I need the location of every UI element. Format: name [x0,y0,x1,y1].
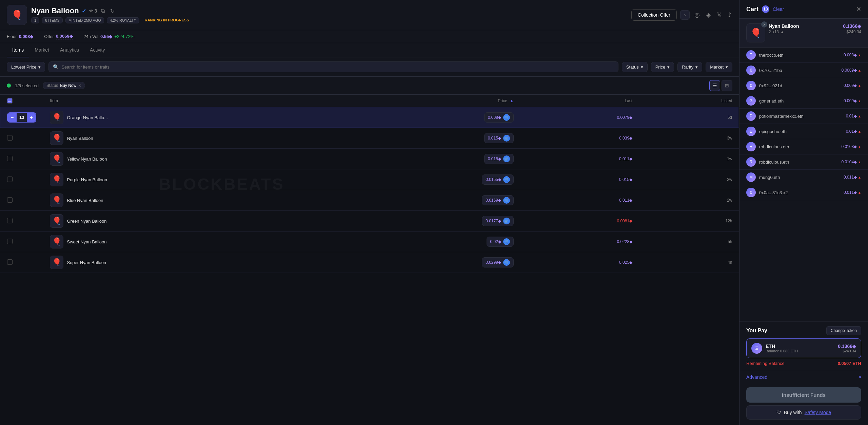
price-tag: 0.0169◆ 🛒 [482,195,514,205]
sort-dropdown[interactable]: Lowest Price ▾ [7,62,45,72]
selection-text: 1/8 selected [15,83,39,88]
filter-tag-close[interactable]: ✕ [78,84,81,88]
rarity-dropdown[interactable]: Rarity ▾ [677,62,702,72]
add-to-cart-button[interactable]: 🛒 [503,218,510,224]
tab-activity[interactable]: Activity [84,43,110,57]
th-last: Last [520,95,639,107]
price-eth: 0.0155◆ [486,177,501,182]
add-to-cart-button[interactable]: 🛒 [503,114,510,121]
seller-avatar: R [746,157,756,167]
th-listed: Listed [639,95,739,107]
add-to-cart-button[interactable]: 🛒 [503,176,510,183]
wallet-icon[interactable]: ◎ [693,10,701,20]
list-view-toggle[interactable]: ☰ [709,80,720,91]
tab-analytics[interactable]: Analytics [55,43,84,57]
tab-market[interactable]: Market [29,43,55,57]
cart-featured-remove-button[interactable]: ✕ [761,21,767,27]
row-price-cell: 0.0169◆ 🛒 [335,190,520,211]
add-to-cart-button[interactable]: 🛒 [503,197,510,204]
remaining-balance: Remaining Balance 0.0507 ETH [746,358,861,366]
seller-name: robdiculous.eth [759,160,838,165]
add-to-cart-button[interactable]: 🛒 [503,259,510,266]
you-pay-label: You Pay [746,328,767,334]
vol-stat: 24h Vol 0.55◆ +224.72% [84,34,135,39]
eth-amount-val: 0.1366◆ [838,344,856,349]
header-left: 🎈 Nyan Balloon ✓ ☆ 3 ⧉ ↻ 1 8 ITEMS MINTE… [7,5,192,25]
select-all-checkbox[interactable]: — [7,98,13,104]
row-price-cell: 0.0299◆ 🛒 [335,252,520,273]
price-tag: 0.0299◆ 🛒 [482,257,514,267]
row-item-cell: 🎈 Orange Nyan Ballo... [43,107,335,128]
refresh-button[interactable]: ↻ [109,7,116,15]
add-to-cart-button[interactable]: 🛒 [503,238,510,245]
add-to-cart-button[interactable]: 🛒 [503,135,510,142]
price-tag: 0.008◆ 🛒 [484,112,514,123]
market-dropdown[interactable]: Market ▾ [706,62,732,72]
row-checkbox-cell [0,149,43,169]
row-checkbox[interactable] [7,218,13,223]
add-to-cart-button[interactable]: 🛒 [503,155,510,162]
vol-label: 24h Vol [84,34,98,39]
seller-avatar: 0 [746,81,756,90]
cart-close-button[interactable]: ✕ [856,5,861,13]
table-wrapper: BLOCKBEATS — Item Price ▲ Last Listed [0,95,739,273]
copy-button[interactable]: ⧉ [100,7,106,15]
price-tag: 0.0155◆ 🛒 [482,174,514,185]
you-pay-header: You Pay Change Token [746,326,861,335]
row-checkbox[interactable] [7,156,13,161]
seller-item: M mung0.eth 0.011◆ ▲ [739,170,868,185]
share-icon[interactable]: ⤴ [727,10,732,20]
seller-name: epicgochu.eth [759,129,843,134]
row-checkbox[interactable] [7,135,13,141]
item-name: Sweet Nyan Balloon [67,239,106,244]
row-checkbox[interactable] [7,177,13,182]
discord-icon[interactable]: ◈ [705,10,712,20]
qty-plus-button[interactable]: + [27,113,36,122]
row-checkbox[interactable] [7,239,13,244]
last-price: 0.039◆ [619,136,632,141]
cart-clear-button[interactable]: Clear [773,6,784,12]
rarity-chevron-icon: ▾ [695,64,698,70]
expand-button[interactable]: › [680,10,690,20]
tag-erc: 1 [31,17,39,23]
twitter-icon[interactable]: 𝕏 [715,10,723,20]
table-row: 🎈 Blue Nyan Balloon 0.0169◆ 🛒 0.011◆ 2w [0,190,739,211]
row-item-cell: 🎈 Blue Nyan Balloon [43,190,335,211]
floor-value: 0.008◆ [19,34,34,39]
price-eth: 0.015◆ [488,136,501,141]
price-dropdown[interactable]: Price ▾ [651,62,674,72]
seller-name: mung0.eth [759,175,840,180]
item-image: 🎈 [50,193,63,207]
item-image: 🎈 [50,256,63,269]
item-name: Yellow Nyan Balloon [67,156,107,162]
grid-view-toggle[interactable]: ⊞ [722,80,732,91]
status-dropdown[interactable]: Status ▾ [622,62,648,72]
safety-mode-button[interactable]: 🛡 Buy with Safety Mode [746,405,861,420]
seller-avatar: M [746,172,756,182]
seller-item: R robdiculous.eth 0.0104◆ ▲ [739,154,868,170]
last-price: 0.0081◆ [617,219,632,223]
price-arrow-icon: ▲ [858,191,861,195]
seller-item: P potionmasterhexxx.eth 0.01◆ ▲ [739,109,868,124]
row-checkbox[interactable] [7,259,13,265]
seller-avatar: 0 [746,188,756,197]
tab-items[interactable]: Items [7,43,29,57]
item-name: Nyan Balloon [67,136,93,141]
vol-value: 0.55◆ [100,34,112,39]
filters-bar: Lowest Price ▾ 🔍 Status ▾ Price ▾ Rarity… [0,57,739,77]
seller-price: 0.01◆ ▲ [846,129,861,134]
seller-avatar: P [746,111,756,121]
collection-tags: 1 8 ITEMS MINTED 2MO AGO 4.2% ROYALTY RA… [31,17,192,23]
cart-featured-img: 🎈 ✕ [746,23,765,42]
collection-offer-button[interactable]: Collection Offer [631,9,677,21]
seller-price: 0.011◆ ▲ [844,175,861,180]
row-checkbox-cell [0,211,43,232]
search-input[interactable] [61,64,614,70]
seller-price: 0.008◆ ▲ [844,53,861,57]
item-name: Orange Nyan Ballo... [67,115,108,120]
row-listed-cell: 4h [639,252,739,273]
advanced-section[interactable]: Advanced ▾ [739,371,868,383]
row-checkbox[interactable] [7,197,13,203]
qty-minus-button[interactable]: − [8,113,17,122]
change-token-button[interactable]: Change Token [826,326,861,335]
